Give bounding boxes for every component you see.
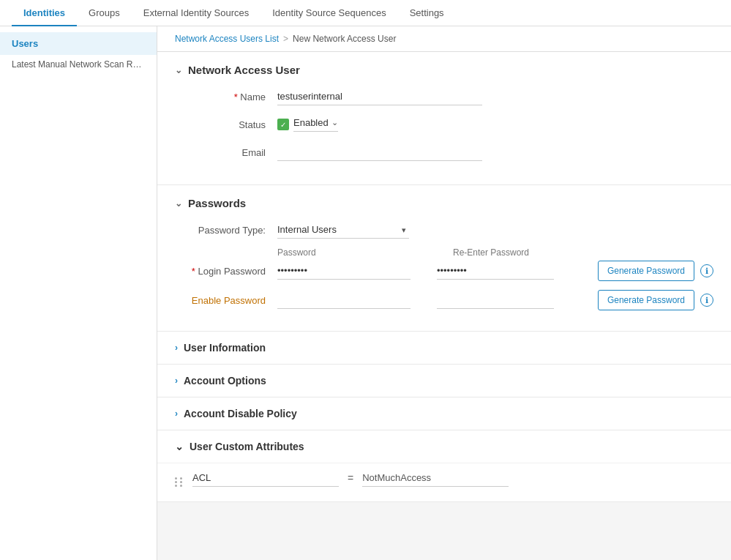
top-nav: Identities Groups External Identity Sour… [0, 0, 731, 26]
user-information-section[interactable]: › User Information [157, 332, 731, 365]
enable-password-input[interactable] [277, 291, 411, 309]
account-options-chevron-icon: › [175, 376, 178, 386]
login-password-reenter-input[interactable] [437, 262, 554, 280]
password-type-select[interactable]: Internal UsersExternal [277, 221, 409, 239]
user-custom-attributes-title: User Custom Attributes [190, 441, 304, 452]
account-disable-policy-section[interactable]: › Account Disable Policy [157, 397, 731, 430]
status-value[interactable]: Enabled ⌄ [293, 117, 338, 132]
breadcrumb-separator: > [283, 34, 288, 44]
password-column-headers: Password Re-Enter Password [277, 247, 713, 258]
login-password-info-icon[interactable]: ℹ [700, 264, 713, 277]
breadcrumb-link[interactable]: Network Access Users List [175, 34, 279, 44]
nav-item-identity-source-sequences[interactable]: Identity Source Sequences [260, 0, 397, 26]
password-type-row: Password Type: Internal UsersExternal [175, 221, 713, 239]
custom-attrs-chevron-icon: ⌄ [175, 441, 184, 452]
attr-value-input[interactable] [362, 469, 509, 487]
enable-password-label: Enable Password [175, 295, 277, 306]
account-disable-policy-chevron-icon: › [175, 408, 178, 419]
drag-handle-icon[interactable] [175, 470, 184, 487]
sidebar-sub-item-scan[interactable]: Latest Manual Network Scan Res... [0, 55, 157, 74]
custom-attributes-table: = [157, 463, 731, 501]
nav-item-identities[interactable]: Identities [12, 0, 77, 26]
user-information-chevron-icon: › [175, 343, 178, 353]
sidebar: Users Latest Manual Network Scan Res... [0, 26, 157, 560]
login-generate-password-button[interactable]: Generate Password [598, 261, 694, 281]
account-options-section[interactable]: › Account Options [157, 365, 731, 397]
login-password-label: Login Password [175, 266, 277, 277]
account-disable-policy-title: Account Disable Policy [184, 408, 297, 419]
status-checkbox[interactable]: ✓ [277, 119, 289, 130]
enable-password-row: Enable Password Generate Password ℹ [175, 290, 713, 310]
passwords-title: Passwords [188, 197, 246, 209]
reenter-col-label: Re-Enter Password [453, 247, 570, 258]
login-password-input[interactable] [277, 262, 411, 280]
password-type-label: Password Type: [175, 225, 277, 236]
nav-item-external-identity-sources[interactable]: External Identity Sources [132, 0, 261, 26]
enable-generate-password-button[interactable]: Generate Password [598, 290, 694, 310]
login-password-row: Login Password Generate Password ℹ [175, 261, 713, 281]
passwords-header[interactable]: ⌄ Passwords [175, 197, 713, 209]
name-label: Name [175, 92, 277, 102]
network-access-user-section: ⌄ Network Access User Name Status ✓ Enab… [157, 52, 731, 185]
breadcrumb-current: New Network Access User [293, 34, 396, 44]
status-row: Status ✓ Enabled ⌄ [175, 117, 713, 132]
sidebar-item-users[interactable]: Users [0, 32, 157, 55]
email-label: Email [175, 147, 277, 158]
account-options-title: Account Options [184, 375, 266, 387]
network-access-user-title: Network Access User [188, 64, 300, 76]
nav-item-groups[interactable]: Groups [77, 0, 132, 26]
breadcrumb: Network Access Users List > New Network … [157, 26, 731, 52]
status-container[interactable]: ✓ Enabled ⌄ [277, 117, 338, 132]
attr-name-input[interactable] [192, 469, 339, 487]
nav-item-settings[interactable]: Settings [398, 0, 456, 26]
status-label: Status [175, 119, 277, 130]
name-input[interactable] [277, 88, 482, 105]
password-type-select-wrapper[interactable]: Internal UsersExternal [277, 221, 409, 239]
chevron-down-icon: ⌄ [175, 65, 182, 75]
user-custom-attributes-header[interactable]: ⌄ User Custom Attributes [157, 430, 731, 463]
table-row: = [175, 463, 713, 493]
email-input[interactable] [277, 143, 482, 161]
passwords-chevron-icon: ⌄ [175, 198, 182, 209]
enable-password-info-icon[interactable]: ℹ [700, 294, 713, 307]
user-custom-attributes-section: ⌄ User Custom Attributes = [157, 430, 731, 502]
name-row: Name [175, 88, 713, 105]
network-access-user-header[interactable]: ⌄ Network Access User [175, 64, 713, 76]
enable-password-reenter-input[interactable] [437, 291, 554, 309]
email-row: Email [175, 143, 713, 161]
status-dropdown-arrow: ⌄ [331, 118, 338, 127]
main-layout: Users Latest Manual Network Scan Res... … [0, 26, 731, 560]
attr-equals-sign: = [348, 472, 353, 484]
passwords-section: ⌄ Passwords Password Type: Internal User… [157, 185, 731, 332]
user-information-title: User Information [184, 342, 266, 354]
password-col-label: Password [277, 247, 424, 258]
main-content: Network Access Users List > New Network … [157, 26, 731, 560]
